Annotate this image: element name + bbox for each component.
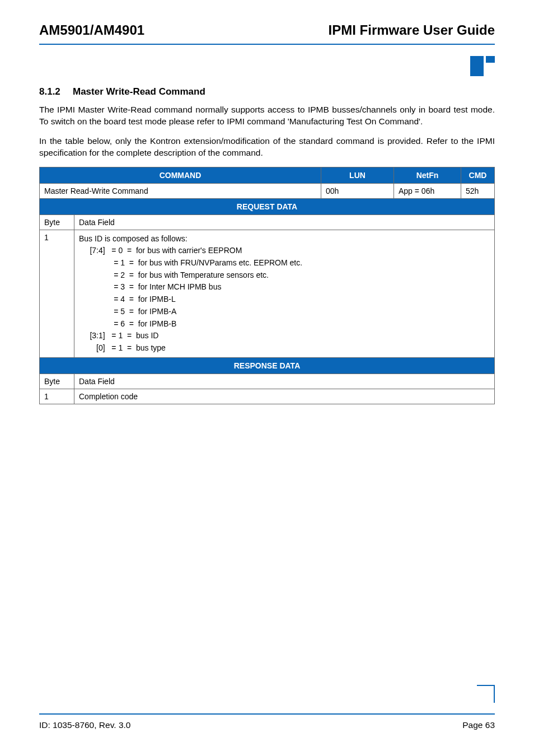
th-netfn: NetFn	[394, 167, 461, 183]
cell-datafield-label: Data Field	[74, 214, 495, 230]
bus-line: [7:4] = 0 = for bus with carrier's EEPRO…	[79, 245, 490, 257]
cell-lun: 00h	[321, 183, 394, 198]
bus-line: = 1 = for bus with FRU/NVParams etc. EEP…	[79, 257, 490, 269]
cell-byte-label: Byte	[40, 214, 74, 230]
table-row: Master Read-Write Command 00h App = 06h …	[40, 183, 495, 198]
page-footer: ID: 1035-8760, Rev. 3.0 Page 63	[39, 713, 495, 730]
cell-completion-code: Completion code	[74, 389, 495, 404]
cell-byte-label: Byte	[40, 374, 74, 389]
bus-line: = 2 = for bus with Temperature sensors e…	[79, 269, 490, 282]
bus-line: [0] = 1 = bus type	[79, 342, 490, 354]
header-left: AM5901/AM4901	[39, 22, 144, 38]
section-number: 8.1.2	[39, 86, 73, 97]
header-rule	[39, 44, 495, 45]
cell-netfn: App = 06h	[394, 183, 461, 198]
footer-page: Page 63	[462, 720, 495, 730]
corner-bracket-icon	[477, 685, 495, 703]
bus-id-block: Bus ID is composed as follows: [7:4] = 0…	[79, 233, 490, 354]
brand-logo-icon	[470, 56, 495, 76]
page-header: AM5901/AM4901 IPMI Firmware User Guide	[39, 22, 495, 38]
th-request-data: REQUEST DATA	[40, 198, 495, 214]
th-response-data: RESPONSE DATA	[40, 357, 495, 374]
section-heading: 8.1.2 Master Write-Read Command	[39, 86, 495, 97]
footer-row: ID: 1035-8760, Rev. 3.0 Page 63	[39, 720, 495, 730]
bus-line: = 5 = for IPMB-A	[79, 306, 490, 318]
cell-byte-value: 1	[40, 230, 74, 357]
bus-line: = 6 = for IPMB-B	[79, 318, 490, 330]
cell-byte-value: 1	[40, 389, 74, 404]
cell-cmd: 52h	[461, 183, 495, 198]
response-header-row: RESPONSE DATA	[40, 357, 495, 374]
table-row: 1 Bus ID is composed as follows: [7:4] =…	[40, 230, 495, 357]
table-header-row: COMMAND LUN NetFn CMD	[40, 167, 495, 183]
paragraph-1: The IPMI Master Write-Read command norma…	[39, 104, 495, 128]
command-table: COMMAND LUN NetFn CMD Master Read-Write …	[39, 167, 495, 404]
section-title: Master Write-Read Command	[73, 86, 205, 97]
table-row: 1 Completion code	[40, 389, 495, 404]
cell-bus-id-block: Bus ID is composed as follows: [7:4] = 0…	[74, 230, 495, 357]
bus-line: [3:1] = 1 = bus ID	[79, 330, 490, 342]
paragraph-2: In the table below, only the Kontron ext…	[39, 136, 495, 159]
footer-rule	[39, 713, 495, 715]
header-right: IPMI Firmware User Guide	[329, 22, 495, 38]
th-lun: LUN	[321, 167, 394, 183]
table-row: Byte Data Field	[40, 214, 495, 230]
cell-datafield-label: Data Field	[74, 374, 495, 389]
th-command: COMMAND	[40, 167, 321, 183]
bus-line: = 3 = for Inter MCH IPMB bus	[79, 281, 490, 293]
table-row: Byte Data Field	[40, 374, 495, 389]
bus-line: Bus ID is composed as follows:	[79, 233, 490, 245]
svg-rect-1	[486, 56, 495, 63]
request-header-row: REQUEST DATA	[40, 198, 495, 214]
bus-line: = 4 = for IPMB-L	[79, 293, 490, 306]
svg-rect-0	[470, 56, 484, 76]
th-cmd: CMD	[461, 167, 495, 183]
cell-command-name: Master Read-Write Command	[40, 183, 321, 198]
logo-area	[39, 56, 495, 76]
footer-id: ID: 1035-8760, Rev. 3.0	[39, 720, 130, 730]
